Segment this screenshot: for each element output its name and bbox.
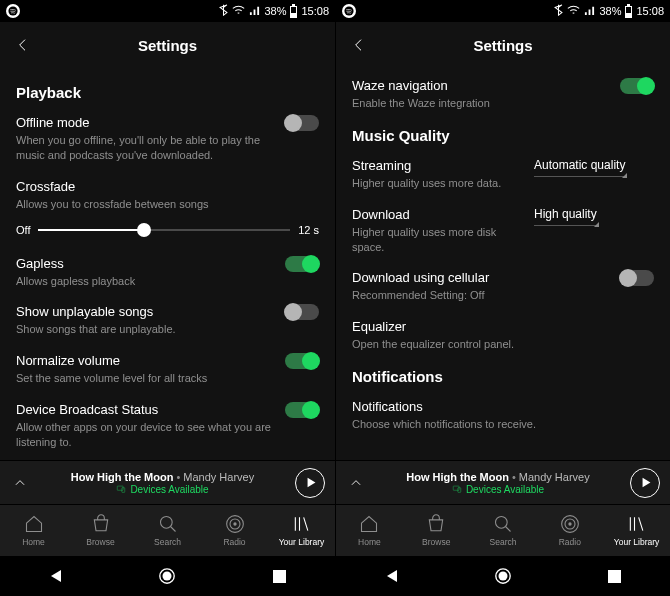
tab-search[interactable]: Search: [134, 505, 201, 556]
svg-point-8: [163, 572, 172, 581]
row-streaming[interactable]: Streaming Higher quality uses more data.…: [352, 158, 654, 191]
equalizer-title: Equalizer: [352, 319, 654, 334]
status-right: 38% 15:08: [219, 4, 329, 18]
battery-pct: 38%: [264, 5, 286, 17]
tab-radio[interactable]: Radio: [536, 505, 603, 556]
row-offline-mode[interactable]: Offline mode When you go offline, you'll…: [16, 115, 319, 163]
tab-home[interactable]: Home: [336, 505, 403, 556]
offline-toggle[interactable]: [285, 115, 319, 131]
row-normalize[interactable]: Normalize volume Set the same volume lev…: [16, 353, 319, 386]
svg-point-18: [498, 572, 507, 581]
now-playing-info: How High the Moon•Mandy Harvey Devices A…: [40, 471, 285, 495]
crossfade-min: Off: [16, 224, 30, 236]
status-left: [342, 4, 356, 18]
tab-bar: Home Browse Search Radio Your Library: [0, 504, 335, 556]
nav-home[interactable]: [494, 567, 512, 585]
row-crossfade: Crossfade Allows you to crossfade betwee…: [16, 179, 319, 212]
streaming-value: Automatic quality: [534, 158, 625, 177]
chevron-up-icon[interactable]: [10, 473, 30, 493]
status-left: [6, 4, 20, 18]
battery-icon: [290, 4, 297, 18]
row-download[interactable]: Download Higher quality uses more disk s…: [352, 207, 654, 255]
tab-home[interactable]: Home: [0, 505, 67, 556]
download-value: High quality: [534, 207, 597, 226]
tab-library[interactable]: Your Library: [268, 505, 335, 556]
streaming-title: Streaming: [352, 158, 522, 173]
bluetooth-icon: [554, 4, 563, 18]
notif-sub: Choose which notifications to receive.: [352, 417, 654, 432]
system-nav: [0, 556, 335, 596]
section-playback: Playback: [16, 84, 319, 101]
download-dropdown[interactable]: High quality: [534, 207, 654, 226]
screen-right: 38% 15:08 Settings Waze navigation Enabl…: [335, 0, 670, 596]
now-playing-bar[interactable]: How High the Moon•Mandy Harvey Devices A…: [336, 460, 670, 504]
nav-back[interactable]: [383, 567, 401, 585]
crossfade-max: 12 s: [298, 224, 319, 236]
gapless-sub: Allows gapless playback: [16, 274, 273, 289]
nav-back[interactable]: [47, 567, 65, 585]
gapless-toggle[interactable]: [285, 256, 319, 272]
wifi-icon: [567, 5, 580, 17]
svg-point-4: [233, 522, 236, 525]
svg-rect-11: [453, 486, 459, 490]
broadcast-title: Device Broadcast Status: [16, 402, 273, 417]
section-music-quality: Music Quality: [352, 127, 654, 144]
crossfade-slider-wrap: Off 12 s: [16, 220, 319, 240]
tab-browse[interactable]: Browse: [403, 505, 470, 556]
status-bar: 38% 15:08: [336, 0, 670, 22]
row-unplayable[interactable]: Show unplayable songs Show songs that ar…: [16, 304, 319, 337]
status-right: 38% 15:08: [554, 4, 664, 18]
bluetooth-icon: [219, 4, 228, 18]
notif-title: Notifications: [352, 399, 654, 414]
equalizer-sub: Open the equalizer control panel.: [352, 337, 654, 352]
row-cellular[interactable]: Download using cellular Recommended Sett…: [352, 270, 654, 303]
settings-list: Playback Offline mode When you go offlin…: [0, 68, 335, 460]
cellular-toggle[interactable]: [620, 270, 654, 286]
np-devices: Devices Available: [466, 484, 544, 495]
waze-toggle[interactable]: [620, 78, 654, 94]
page-title: Settings: [138, 37, 197, 54]
back-button[interactable]: [348, 34, 370, 56]
devices-icon: [452, 484, 462, 494]
row-equalizer[interactable]: Equalizer Open the equalizer control pan…: [352, 319, 654, 352]
back-button[interactable]: [12, 34, 34, 56]
unplayable-toggle[interactable]: [285, 304, 319, 320]
battery-pct: 38%: [599, 5, 621, 17]
now-playing-bar[interactable]: How High the Moon•Mandy Harvey Devices A…: [0, 460, 335, 504]
streaming-dropdown[interactable]: Automatic quality: [534, 158, 654, 177]
normalize-sub: Set the same volume level for all tracks: [16, 371, 273, 386]
now-playing-info: How High the Moon•Mandy Harvey Devices A…: [376, 471, 620, 495]
tab-search[interactable]: Search: [470, 505, 537, 556]
row-waze[interactable]: Waze navigation Enable the Waze integrat…: [352, 78, 654, 111]
spotify-icon: [6, 4, 20, 18]
settings-list: Waze navigation Enable the Waze integrat…: [336, 68, 670, 460]
play-button[interactable]: [630, 468, 660, 498]
nav-recent[interactable]: [270, 567, 288, 585]
nav-home[interactable]: [158, 567, 176, 585]
nav-recent[interactable]: [605, 567, 623, 585]
tab-library[interactable]: Your Library: [603, 505, 670, 556]
status-bar: 38% 15:08: [0, 0, 335, 22]
np-song: How High the Moon: [406, 471, 509, 483]
tab-browse[interactable]: Browse: [67, 505, 134, 556]
crossfade-slider[interactable]: Off 12 s: [16, 220, 319, 240]
play-button[interactable]: [295, 468, 325, 498]
page-title: Settings: [473, 37, 532, 54]
offline-sub: When you go offline, you'll only be able…: [16, 133, 273, 163]
broadcast-toggle[interactable]: [285, 402, 319, 418]
header: Settings: [336, 22, 670, 68]
crossfade-title: Crossfade: [16, 179, 319, 194]
normalize-toggle[interactable]: [285, 353, 319, 369]
chevron-up-icon[interactable]: [346, 473, 366, 493]
waze-sub: Enable the Waze integration: [352, 96, 608, 111]
crossfade-sub: Allows you to crossfade between songs: [16, 197, 319, 212]
clock: 15:08: [636, 5, 664, 17]
unplayable-sub: Show songs that are unplayable.: [16, 322, 273, 337]
broadcast-sub: Allow other apps on your device to see w…: [16, 420, 273, 450]
tab-radio[interactable]: Radio: [201, 505, 268, 556]
row-broadcast[interactable]: Device Broadcast Status Allow other apps…: [16, 402, 319, 450]
signal-icon: [584, 5, 595, 18]
row-notifications[interactable]: Notifications Choose which notifications…: [352, 399, 654, 432]
offline-title: Offline mode: [16, 115, 273, 130]
row-gapless[interactable]: Gapless Allows gapless playback: [16, 256, 319, 289]
